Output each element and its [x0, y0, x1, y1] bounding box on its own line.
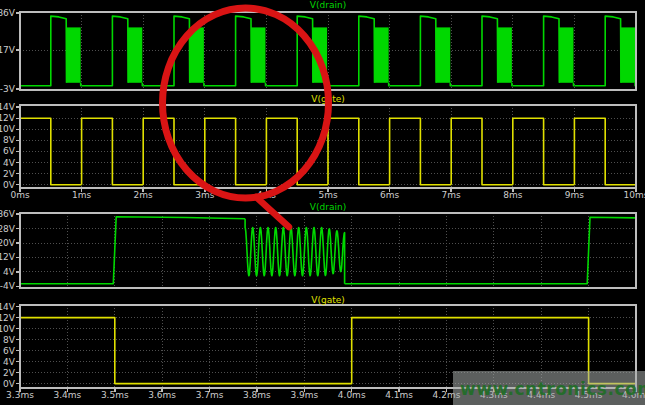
- ringing-block: [128, 27, 142, 82]
- svg-text:3.3ms: 3.3ms: [6, 390, 34, 400]
- svg-text:1ms: 1ms: [72, 190, 91, 200]
- watermark-text: www.cntronics.com: [460, 379, 645, 399]
- svg-text:8V: 8V: [3, 335, 16, 345]
- ringing-block: [374, 27, 388, 82]
- y-axis-labels: 14V12V10V8V6V4V2V0V: [0, 302, 20, 389]
- svg-text:6V: 6V: [3, 346, 16, 356]
- panel-drain-overview: 36V17V-3V: [0, 8, 636, 94]
- y-axis-labels: 14V12V10V8V6V4V2V0V: [0, 102, 20, 189]
- svg-text:17V: 17V: [0, 45, 16, 55]
- svg-text:3ms: 3ms: [195, 190, 214, 200]
- ringing-block: [497, 27, 511, 82]
- plot-title-drain-zoom: V(drain): [20, 202, 636, 212]
- svg-text:7ms: 7ms: [442, 190, 461, 200]
- svg-text:4ms: 4ms: [257, 190, 276, 200]
- svg-text:8V: 8V: [3, 135, 16, 145]
- ringing-block: [313, 27, 327, 82]
- svg-text:4.1ms: 4.1ms: [385, 390, 413, 400]
- svg-text:8ms: 8ms: [503, 190, 522, 200]
- plot-title-drain-overview: V(drain): [20, 0, 636, 10]
- svg-text:6ms: 6ms: [380, 190, 399, 200]
- svg-text:28V: 28V: [0, 224, 16, 234]
- svg-text:6V: 6V: [3, 146, 16, 156]
- svg-text:3.7ms: 3.7ms: [196, 390, 224, 400]
- svg-text:0ms: 0ms: [10, 190, 29, 200]
- svg-text:4V: 4V: [3, 158, 16, 168]
- svg-text:12V: 12V: [0, 252, 16, 262]
- ringing-oscillation: [245, 219, 345, 284]
- svg-text:12V: 12V: [0, 113, 16, 123]
- ringing-block: [436, 27, 450, 82]
- svg-text:3.4ms: 3.4ms: [53, 390, 81, 400]
- svg-text:2V: 2V: [3, 368, 16, 378]
- svg-text:12V: 12V: [0, 313, 16, 323]
- y-axis-labels: 36V17V-3V: [0, 8, 20, 94]
- svg-text:20V: 20V: [0, 238, 16, 248]
- ringing-block: [251, 27, 265, 82]
- ringing-block: [189, 27, 203, 82]
- svg-text:36V: 36V: [0, 8, 16, 18]
- svg-text:3.9ms: 3.9ms: [290, 390, 318, 400]
- ringing-block: [66, 27, 80, 82]
- svg-text:10V: 10V: [0, 124, 16, 134]
- panel-drain-zoom: 36V28V20V12V4V-4V: [0, 209, 636, 291]
- svg-text:9ms: 9ms: [565, 190, 584, 200]
- svg-text:2V: 2V: [3, 169, 16, 179]
- plot-title-gate-overview: V(gate): [20, 94, 636, 104]
- svg-text:4.0ms: 4.0ms: [338, 390, 366, 400]
- svg-text:14V: 14V: [0, 302, 16, 312]
- svg-text:5ms: 5ms: [318, 190, 337, 200]
- svg-text:3.6ms: 3.6ms: [148, 390, 176, 400]
- svg-text:-4V: -4V: [0, 281, 16, 291]
- svg-text:0V: 0V: [3, 379, 16, 389]
- plot-title-gate-zoom: V(gate): [20, 295, 636, 305]
- waveform-viewer-screenshot: 36V17V-3V14V12V10V8V6V4V2V0V0ms1ms2ms3ms…: [0, 0, 645, 405]
- svg-text:10ms: 10ms: [624, 190, 645, 200]
- svg-text:2ms: 2ms: [134, 190, 153, 200]
- svg-text:-3V: -3V: [0, 84, 16, 94]
- svg-text:3.8ms: 3.8ms: [243, 390, 271, 400]
- svg-text:0V: 0V: [3, 180, 16, 190]
- svg-text:10V: 10V: [0, 324, 16, 334]
- svg-text:4V: 4V: [3, 267, 16, 277]
- svg-text:14V: 14V: [0, 102, 16, 112]
- x-axis-labels: 0ms1ms2ms3ms4ms5ms6ms7ms8ms9ms10ms: [10, 188, 645, 200]
- svg-text:36V: 36V: [0, 209, 16, 219]
- svg-text:3.5ms: 3.5ms: [101, 390, 129, 400]
- ringing-block: [559, 27, 573, 82]
- trace: [20, 118, 636, 184]
- ringing-block: [621, 27, 635, 82]
- watermark-box: www.cntronics.com: [453, 371, 645, 405]
- svg-text:4V: 4V: [3, 357, 16, 367]
- panel-gate-overview: 14V12V10V8V6V4V2V0V0ms1ms2ms3ms4ms5ms6ms…: [0, 102, 645, 200]
- trace: [20, 217, 636, 284]
- y-axis-labels: 36V28V20V12V4V-4V: [0, 209, 20, 291]
